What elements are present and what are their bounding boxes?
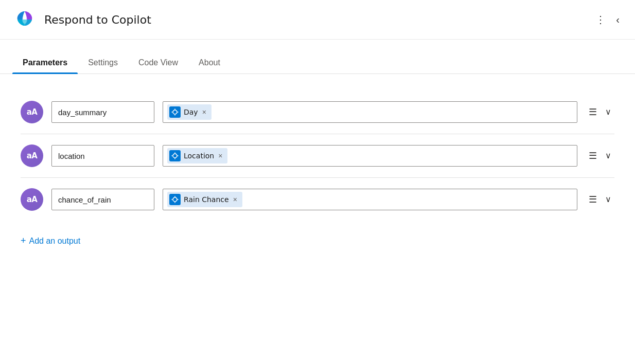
token-area-1: Day × xyxy=(163,101,577,123)
tab-codeview[interactable]: Code View xyxy=(128,52,188,74)
token-chip-1: Day × xyxy=(167,104,211,120)
page-title: Respond to Copilot xyxy=(44,13,592,26)
token-area-2: Location × xyxy=(163,145,577,167)
add-output-label: Add an output xyxy=(29,236,81,246)
row-controls-1: ☰ ∨ xyxy=(586,105,614,119)
collapse-button[interactable]: ‹ xyxy=(613,11,623,28)
token-label-2: Location xyxy=(184,152,214,160)
avatar-text-row-3: aA xyxy=(27,195,38,204)
tab-parameters[interactable]: Parameters xyxy=(12,52,78,74)
token-icon-1 xyxy=(169,106,181,118)
row-menu-2[interactable]: ☰ xyxy=(586,149,600,162)
main-content: aA Day × ☰ ∨ xyxy=(0,74,635,265)
token-area-3: Rain Chance × xyxy=(163,189,577,210)
row-expand-3[interactable]: ∨ xyxy=(602,193,614,206)
add-output-plus-icon: + xyxy=(21,235,26,246)
param-row-1: aA Day × ☰ ∨ xyxy=(21,90,614,134)
token-close-3[interactable]: × xyxy=(232,196,238,203)
param-row-3: aA Rain Chance × ☰ ∨ xyxy=(21,178,614,221)
token-chip-3: Rain Chance × xyxy=(167,192,242,207)
more-options-button[interactable]: ⋮ xyxy=(592,11,609,28)
token-icon-2 xyxy=(169,150,181,161)
token-icon-3 xyxy=(169,194,181,205)
header: Respond to Copilot ⋮ ‹ xyxy=(0,0,635,40)
avatar-row-1: aA xyxy=(21,101,43,123)
svg-point-0 xyxy=(22,15,27,24)
param-name-input-1[interactable] xyxy=(51,101,154,123)
token-label-1: Day xyxy=(184,108,198,116)
row-menu-1[interactable]: ☰ xyxy=(586,105,600,119)
svg-point-1 xyxy=(173,110,177,114)
avatar-row-2: aA xyxy=(21,144,43,167)
avatar-text-row-1: aA xyxy=(27,107,38,117)
tab-about[interactable]: About xyxy=(188,52,231,74)
add-output-button[interactable]: + Add an output xyxy=(21,233,80,248)
header-actions: ⋮ ‹ xyxy=(592,11,623,28)
avatar-row-3: aA xyxy=(21,188,43,211)
token-label-3: Rain Chance xyxy=(184,195,229,204)
app-logo xyxy=(12,7,37,32)
param-row-2: aA Location × ☰ ∨ xyxy=(21,134,614,178)
tab-settings[interactable]: Settings xyxy=(78,52,128,74)
row-controls-3: ☰ ∨ xyxy=(586,193,614,206)
token-chip-2: Location × xyxy=(167,148,227,163)
avatar-text-row-2: aA xyxy=(27,151,38,160)
row-expand-2[interactable]: ∨ xyxy=(602,150,614,162)
row-expand-1[interactable]: ∨ xyxy=(602,106,614,118)
svg-point-6 xyxy=(173,154,177,158)
param-name-input-3[interactable] xyxy=(51,189,154,210)
row-menu-3[interactable]: ☰ xyxy=(586,193,600,206)
row-controls-2: ☰ ∨ xyxy=(586,149,614,162)
svg-point-11 xyxy=(173,197,177,202)
param-name-input-2[interactable] xyxy=(51,145,154,167)
tabs-bar: Parameters Settings Code View About xyxy=(0,52,635,74)
token-close-2[interactable]: × xyxy=(217,152,223,159)
token-close-1[interactable]: × xyxy=(201,108,207,116)
